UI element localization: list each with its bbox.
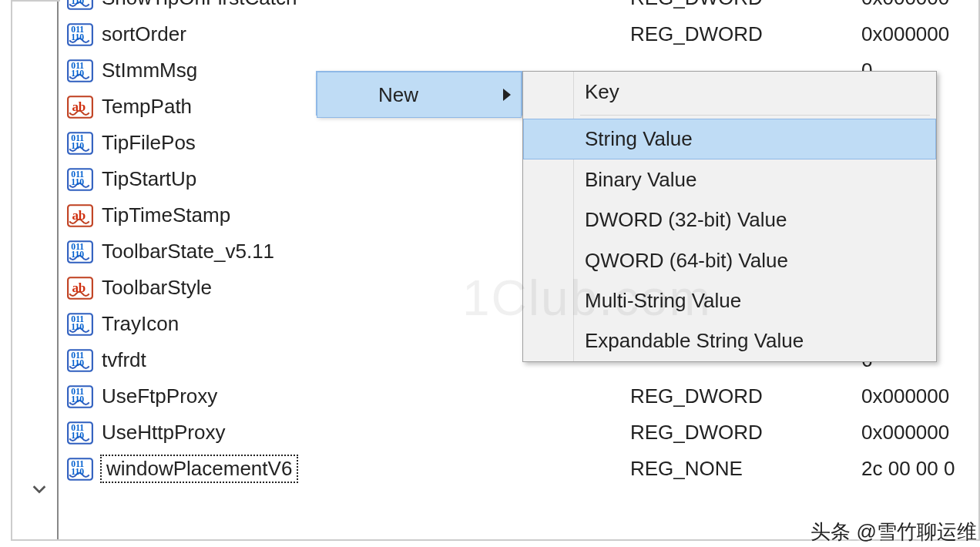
context-submenu-new[interactable]: KeyString ValueBinary ValueDWORD (32-bit… (522, 71, 937, 362)
menu-item-new[interactable]: New (317, 72, 522, 118)
value-type: REG_DWORD (630, 384, 861, 408)
registry-value-row[interactable]: UseFtpProxyREG_DWORD0x000000 (60, 378, 978, 414)
value-data: 0x000000 (861, 384, 978, 408)
reg-dword-icon (66, 310, 94, 338)
value-data: 0x000000 (861, 22, 978, 46)
value-name: UseHttpProxy (102, 421, 225, 445)
reg-dword-icon (66, 455, 94, 483)
menu-item-label: Binary Value (585, 168, 697, 191)
value-name: ToolbarStyle (102, 276, 212, 300)
registry-value-row[interactable]: windowPlacementV6REG_NONE2c 00 00 0 (60, 451, 978, 487)
menu-item-multi-string-value[interactable]: Multi-String Value (523, 280, 936, 320)
value-name: TrayIcon (102, 312, 179, 336)
reg-dword-icon (66, 166, 94, 193)
reg-dword-icon (66, 21, 94, 49)
reg-dword-icon (66, 0, 94, 12)
menu-item-label: DWORD (32-bit) Value (585, 208, 787, 231)
value-name: windowPlacementV6 (100, 455, 298, 483)
menu-item-dword-32-bit-value[interactable]: DWORD (32-bit) Value (523, 200, 936, 240)
menu-item-binary-value[interactable]: Binary Value (523, 159, 936, 200)
value-type: REG_DWORD (630, 0, 861, 10)
menu-item-label: Key (585, 80, 619, 103)
reg-sz-icon (66, 202, 94, 230)
value-name: TempPath (102, 95, 192, 119)
tree-column (12, 2, 59, 539)
value-data: 2c 00 00 0 (861, 457, 978, 481)
value-name: StImmMsg (102, 59, 197, 82)
reg-dword-icon (66, 383, 94, 411)
value-name: TipStartUp (102, 167, 196, 191)
registry-value-row[interactable]: sortOrderREG_DWORD0x000000 (60, 16, 978, 52)
reg-dword-icon (66, 347, 94, 374)
menu-item-expandable-string-value[interactable]: Expandable String Value (523, 320, 936, 361)
reg-dword-icon (66, 419, 94, 447)
chevron-down-icon[interactable] (31, 481, 48, 498)
value-type: REG_DWORD (630, 421, 861, 445)
value-name: ToolbarState_v5.11 (102, 240, 274, 263)
source-caption: 头条 @雪竹聊运维 (811, 518, 977, 545)
submenu-arrow-icon (503, 89, 511, 101)
reg-dword-icon (66, 129, 94, 157)
value-data: 0x000000 (861, 0, 978, 10)
reg-dword-icon (66, 238, 94, 266)
reg-dword-icon (66, 57, 94, 85)
value-type: REG_NONE (630, 457, 861, 481)
context-menu-new[interactable]: New (316, 71, 522, 116)
value-name: sortOrder (102, 22, 186, 46)
value-name: tvfrdt (102, 348, 146, 372)
menu-item-label: Expandable String Value (585, 329, 804, 352)
menu-item-qword-64-bit-value[interactable]: QWORD (64-bit) Value (523, 240, 936, 280)
value-name: UseFtpProxy (102, 384, 217, 408)
menu-item-label: Multi-String Value (585, 289, 741, 312)
registry-value-row[interactable]: ShowTipOnFirstCatchREG_DWORD0x000000 (60, 0, 978, 16)
value-name: TipTimeStamp (102, 203, 230, 227)
menu-item-string-value[interactable]: String Value (523, 119, 936, 159)
reg-sz-icon (66, 93, 94, 121)
menu-item-label: String Value (585, 127, 693, 150)
menu-item-label: QWORD (64-bit) Value (585, 249, 788, 272)
value-data: 0x000000 (861, 421, 978, 445)
menu-separator (580, 115, 930, 116)
value-name: ShowTipOnFirstCatch (102, 0, 297, 10)
value-name: TipFilePos (102, 131, 196, 155)
menu-item-key[interactable]: Key (523, 72, 936, 112)
registry-value-row[interactable]: UseHttpProxyREG_DWORD0x000000 (60, 414, 978, 451)
value-type: REG_DWORD (630, 22, 861, 46)
reg-sz-icon (66, 274, 94, 302)
menu-item-label: New (378, 83, 418, 106)
